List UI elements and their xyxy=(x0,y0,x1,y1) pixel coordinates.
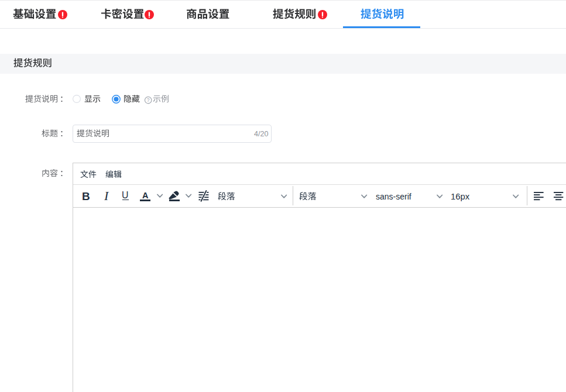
svg-text:?: ? xyxy=(147,97,150,103)
svg-text:I: I xyxy=(104,188,109,203)
svg-text:sans-serif: sans-serif xyxy=(376,192,411,201)
svg-text:16px: 16px xyxy=(451,192,470,201)
svg-text:A: A xyxy=(142,191,149,200)
svg-text:4/20: 4/20 xyxy=(254,130,269,138)
svg-text:B: B xyxy=(82,190,90,202)
